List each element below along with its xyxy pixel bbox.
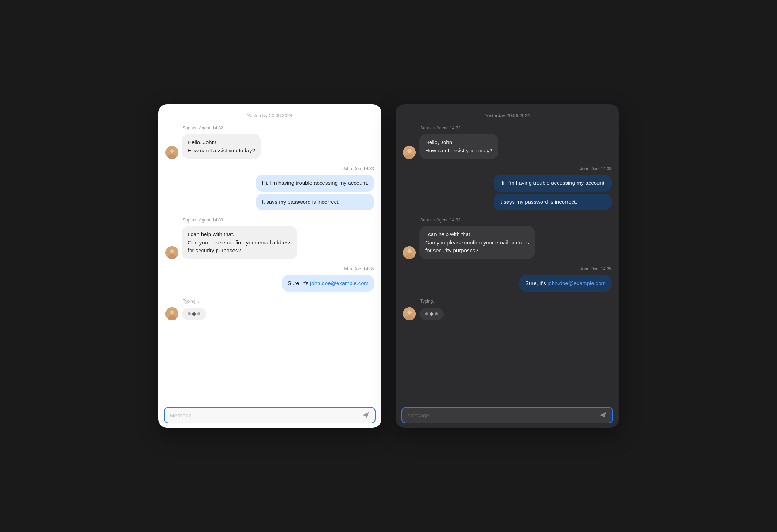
sender-name-user-1: John Doe bbox=[343, 166, 361, 171]
sender-name-user-dark-2: John Doe bbox=[580, 266, 599, 271]
bubble-agent-dark-2: I can help with that.Can you please conf… bbox=[419, 226, 535, 259]
sender-time-user-dark-2: 14:35 bbox=[601, 266, 612, 271]
message-group-agent-dark-1: Support Agent 14:32 Hello, John!How can … bbox=[403, 125, 612, 159]
sender-time-agent-dark-1: 14:32 bbox=[450, 125, 460, 130]
input-row-light bbox=[164, 407, 376, 423]
bubble-user-2: Sure, it's john.doe@example.com bbox=[282, 275, 374, 292]
avatar-agent-1 bbox=[165, 146, 178, 159]
bubble-user-1a: Hi, I'm having trouble accessing my acco… bbox=[256, 175, 374, 192]
message-group-user-2: John Doe 14:35 Sure, it's john.doe@examp… bbox=[165, 266, 374, 292]
message-input-light[interactable] bbox=[170, 412, 358, 418]
dot-3-light bbox=[197, 312, 200, 315]
avatar-typing-dark bbox=[403, 307, 416, 320]
input-row-dark bbox=[401, 407, 613, 423]
message-input-dark[interactable] bbox=[407, 412, 596, 418]
bubble-agent-2: I can help with that.Can you please conf… bbox=[182, 226, 297, 259]
svg-point-13 bbox=[170, 310, 174, 315]
svg-point-8 bbox=[170, 249, 174, 253]
sender-info-user-dark-1: John Doe 14:33 bbox=[580, 166, 612, 171]
dot-1-dark bbox=[425, 312, 428, 315]
sender-info-user-2: John Doe 14:35 bbox=[343, 266, 374, 271]
dot-3-dark bbox=[435, 312, 438, 315]
email-link-dark[interactable]: john.doe@example.com bbox=[547, 280, 606, 286]
email-link-light[interactable]: john.doe@example.com bbox=[310, 280, 368, 286]
bubble-user-dark-1b: It says my password is incorrect. bbox=[494, 194, 612, 211]
svg-point-18 bbox=[407, 149, 412, 153]
avatar-agent-dark-1 bbox=[403, 146, 416, 159]
avatar-agent-2 bbox=[165, 246, 178, 259]
sender-time-user-2: 14:35 bbox=[363, 266, 374, 271]
sender-time-user-1: 14:33 bbox=[363, 166, 374, 171]
typing-label-light: Typing... bbox=[165, 299, 199, 304]
bubble-user-1b: It says my password is incorrect. bbox=[256, 194, 374, 211]
avatar-agent-dark-2 bbox=[403, 246, 416, 259]
typing-group-light: Typing... bbox=[165, 299, 374, 320]
dot-2-light bbox=[192, 312, 196, 316]
message-group-user-1: John Doe 14:33 Hi, I'm having trouble ac… bbox=[165, 166, 374, 210]
sender-name-agent-dark-1: Support Agent bbox=[420, 125, 447, 130]
sender-name-user-2: John Doe bbox=[343, 266, 361, 271]
send-button-dark[interactable] bbox=[599, 411, 607, 419]
messages-stack-user-dark-1: Hi, I'm having trouble accessing my acco… bbox=[494, 175, 612, 210]
typing-group-dark: Typing... bbox=[403, 299, 612, 320]
date-divider-light: Yesterday 20.06.2024 bbox=[165, 113, 374, 118]
sender-time-agent-1: 14:32 bbox=[212, 125, 223, 130]
svg-point-3 bbox=[170, 149, 174, 153]
bubble-user-dark-1a: Hi, I'm having trouble accessing my acco… bbox=[494, 175, 612, 192]
message-group-agent-dark-2: Support Agent 14:33 I can help with that… bbox=[403, 217, 612, 259]
sender-time-user-dark-1: 14:33 bbox=[601, 166, 612, 171]
dot-2-dark bbox=[430, 312, 433, 316]
message-row-agent-dark-1: Hello, John!How can I assist you today? bbox=[403, 134, 498, 159]
chat-input-area-dark bbox=[396, 403, 619, 428]
message-row-agent-2: I can help with that.Can you please conf… bbox=[165, 226, 297, 259]
typing-label-dark: Typing... bbox=[403, 299, 436, 304]
sender-name-agent-dark-2: Support Agent bbox=[420, 217, 447, 223]
typing-bubble-dark bbox=[419, 308, 444, 320]
typing-bubble-light bbox=[182, 308, 206, 320]
message-group-user-dark-2: John Doe 14:35 Sure, it's john.doe@examp… bbox=[403, 266, 612, 292]
message-group-user-dark-1: John Doe 14:33 Hi, I'm having trouble ac… bbox=[403, 166, 612, 210]
bubble-agent-1: Hello, John!How can I assist you today? bbox=[182, 134, 261, 159]
chat-window-dark: Yesterday 20.06.2024 Support Agent 14:32 bbox=[396, 104, 619, 428]
sender-info-user-1: John Doe 14:33 bbox=[343, 166, 374, 171]
messages-stack-user-1: Hi, I'm having trouble accessing my acco… bbox=[256, 175, 374, 210]
chat-input-area-light bbox=[158, 403, 381, 428]
svg-point-23 bbox=[407, 249, 412, 253]
typing-row-dark bbox=[403, 307, 444, 320]
sender-name-agent-2: Support Agent bbox=[183, 217, 210, 223]
chat-body-light: Yesterday 20.06.2024 Support Agent 14:32 bbox=[158, 104, 381, 403]
bubble-user-dark-2: Sure, it's john.doe@example.com bbox=[519, 275, 612, 292]
chat-window-light: Yesterday 20.06.2024 Support Agent 14:32 bbox=[158, 104, 381, 428]
sender-info-agent-2: Support Agent 14:33 bbox=[165, 217, 223, 223]
sender-info-user-dark-2: John Doe 14:35 bbox=[580, 266, 612, 271]
sender-name-agent-1: Support Agent bbox=[183, 125, 210, 130]
send-button-light[interactable] bbox=[362, 411, 370, 419]
svg-point-28 bbox=[407, 310, 412, 315]
message-group-agent-2: Support Agent 14:33 I can help with that… bbox=[165, 217, 374, 259]
dot-1-light bbox=[188, 312, 191, 315]
sender-name-user-dark-1: John Doe bbox=[580, 166, 599, 171]
date-divider-dark: Yesterday 20.06.2024 bbox=[403, 113, 612, 118]
avatar-typing-light bbox=[165, 307, 178, 320]
message-group-agent-1: Support Agent 14:32 Hello, John!How can … bbox=[165, 125, 374, 159]
sender-time-agent-2: 14:33 bbox=[212, 217, 223, 223]
chat-body-dark: Yesterday 20.06.2024 Support Agent 14:32 bbox=[396, 104, 619, 403]
sender-time-agent-dark-2: 14:33 bbox=[450, 217, 460, 223]
sender-info-agent-dark-2: Support Agent 14:33 bbox=[403, 217, 460, 223]
message-row-agent-1: Hello, John!How can I assist you today? bbox=[165, 134, 261, 159]
sender-info-agent-dark-1: Support Agent 14:32 bbox=[403, 125, 460, 130]
bubble-agent-dark-1: Hello, John!How can I assist you today? bbox=[419, 134, 498, 159]
sender-info-agent-1: Support Agent 14:32 bbox=[165, 125, 223, 130]
typing-row-light bbox=[165, 307, 206, 320]
message-row-agent-dark-2: I can help with that.Can you please conf… bbox=[403, 226, 535, 259]
